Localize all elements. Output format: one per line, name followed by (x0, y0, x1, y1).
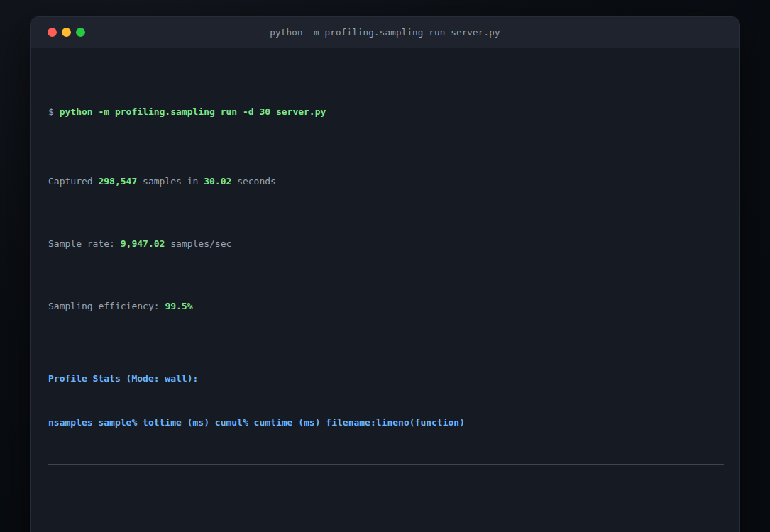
rate-label: Sample rate: (48, 238, 121, 249)
seconds-label: seconds (231, 176, 276, 187)
efficiency-value: 99.5% (165, 301, 192, 311)
terminal-output[interactable]: $ python -m profiling.sampling run -d 30… (31, 48, 739, 532)
zoom-button[interactable] (76, 28, 85, 37)
close-button[interactable] (48, 28, 57, 37)
captured-stat-line: Captured 298,547 samples in 30.02 second… (48, 174, 722, 189)
rate-unit: samples/sec (165, 238, 231, 249)
efficiency-line: Sampling efficiency: 99.5% (48, 299, 722, 314)
captured-label: Captured (48, 176, 98, 187)
profile-stats-title: Profile Stats (Mode: wall): (48, 372, 722, 386)
rate-value: 9,947.02 (121, 238, 165, 249)
samples-in-label: samples in (137, 176, 204, 187)
sample-rate-line: Sample rate: 9,947.02 samples/sec (48, 237, 722, 251)
duration-value: 30.02 (204, 176, 231, 187)
command-line: $ python -m profiling.sampling run -d 30… (48, 105, 722, 119)
table-header: nsamples sample% tottime (ms) cumul% cum… (48, 416, 722, 430)
efficiency-label: Sampling efficiency: (48, 301, 165, 311)
traffic-lights (48, 17, 85, 48)
window-title: python -m profiling.sampling run server.… (31, 17, 739, 48)
window-titlebar[interactable]: python -m profiling.sampling run server.… (31, 17, 739, 48)
command-text: python -m profiling.sampling run -d 30 s… (60, 106, 326, 117)
profile-table: 12847/892344.31284.70029.98923.400server… (48, 517, 722, 532)
minimize-button[interactable] (62, 28, 71, 37)
table-divider (48, 464, 724, 465)
samples-count: 298,547 (98, 176, 137, 187)
shell-prompt: $ (48, 106, 60, 117)
terminal-window: python -m profiling.sampling run server.… (30, 16, 740, 532)
